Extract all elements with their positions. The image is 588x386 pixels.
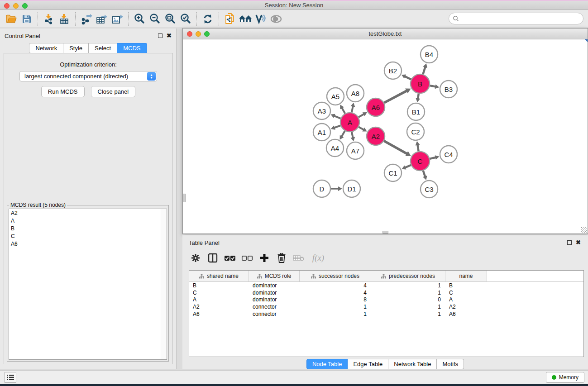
graph-node-A2[interactable]: A2 <box>367 127 385 145</box>
network-minimize-button[interactable] <box>196 31 201 37</box>
column-header-predecessor-nodes[interactable]: predecessor nodes <box>371 271 445 281</box>
table-cell[interactable]: A6 <box>445 311 487 317</box>
graph-node-B3[interactable]: B3 <box>440 81 457 98</box>
table-cell[interactable]: 4 <box>300 282 371 289</box>
column-header-successor-nodes[interactable]: successor nodes <box>300 271 371 281</box>
table-cell[interactable]: A2 <box>189 304 249 310</box>
network-window-titlebar[interactable]: testGlobe.txt <box>183 29 588 39</box>
table-row[interactable]: A6connector11A6 <box>189 310 583 318</box>
graph-edge-B-B2[interactable] <box>402 75 411 80</box>
graph-node-C4[interactable]: C4 <box>440 146 457 163</box>
table-cell[interactable]: 1 <box>371 290 445 296</box>
optimization-select[interactable]: largest connected component (directed) ▲… <box>19 71 157 81</box>
table-cell[interactable]: C <box>445 290 487 296</box>
zoom-selected-button[interactable] <box>178 12 193 26</box>
column-header-name[interactable]: name <box>445 271 487 281</box>
resize-grip[interactable] <box>581 227 587 233</box>
graph-edge-A-A2[interactable] <box>359 127 367 132</box>
mcds-result-list[interactable]: A2ABCA6 <box>9 209 167 360</box>
run-mcds-button[interactable]: Run MCDS <box>41 86 85 97</box>
split-panel-icon[interactable] <box>205 250 220 266</box>
minimize-window-button[interactable] <box>13 3 19 9</box>
first-neighbors-button[interactable] <box>238 12 253 26</box>
table-cell[interactable]: B <box>445 282 487 289</box>
export-network-button[interactable] <box>79 12 94 26</box>
tab-mcds[interactable]: MCDS <box>117 43 147 53</box>
table-row[interactable]: Bdominator41B <box>189 282 583 289</box>
graph-edge-A-A7[interactable] <box>351 132 355 142</box>
graph-node-D[interactable]: D <box>313 180 330 197</box>
graph-edge-B-B1[interactable] <box>416 94 420 102</box>
graph-edge-C-C1[interactable] <box>402 165 411 170</box>
result-item[interactable]: A <box>9 217 167 224</box>
graph-edge-B-B3[interactable] <box>430 85 440 89</box>
export-image-button[interactable] <box>110 12 125 26</box>
v-scroll-thumb[interactable] <box>183 194 186 202</box>
result-item[interactable]: B <box>9 224 167 232</box>
graph-node-A8[interactable]: A8 <box>347 85 364 102</box>
table-cell[interactable]: connector <box>249 304 300 310</box>
graph-edge-A-A6[interactable] <box>359 112 367 117</box>
close-panel-button[interactable]: Close panel <box>91 86 136 97</box>
graph-edge-A-A1[interactable] <box>331 125 340 129</box>
graph-edge-C-C2[interactable] <box>416 141 420 152</box>
graph-node-B1[interactable]: B1 <box>407 103 425 120</box>
h-scroll-thumb[interactable] <box>382 231 388 234</box>
table-cell[interactable]: A <box>445 296 487 303</box>
graph-node-A5[interactable]: A5 <box>327 88 344 105</box>
network-canvas[interactable]: AA1A2A3A4A5A6A7A8BB1B2B3B4CC1C2C3C4DD1 <box>183 39 588 234</box>
graph-node-A1[interactable]: A1 <box>313 124 330 141</box>
graph-node-A3[interactable]: A3 <box>313 102 330 119</box>
tab-node-table[interactable]: Node Table <box>306 359 348 369</box>
refresh-button[interactable] <box>200 12 215 26</box>
graph-node-C1[interactable]: C1 <box>384 164 402 181</box>
table-cell[interactable]: 1 <box>371 311 445 317</box>
tab-select[interactable]: Select <box>89 43 117 53</box>
table-cell[interactable]: 1 <box>371 304 445 310</box>
node-table[interactable]: shared nameMCDS rolesuccessor nodesprede… <box>189 270 584 357</box>
table-float-panel-icon[interactable] <box>567 240 572 245</box>
table-cell[interactable]: 0 <box>371 296 445 303</box>
network-zoom-button[interactable] <box>204 31 210 37</box>
graph-node-C[interactable]: C <box>411 152 430 171</box>
search-input[interactable] <box>459 15 583 22</box>
close-window-button[interactable] <box>4 3 10 9</box>
table-cell[interactable]: 1 <box>371 282 445 289</box>
eye-button[interactable] <box>268 12 284 26</box>
network-close-button[interactable] <box>187 31 192 37</box>
graph-node-A6[interactable]: A6 <box>367 98 385 116</box>
result-item[interactable]: A6 <box>9 240 167 248</box>
graph-edge-C-C3[interactable] <box>423 171 427 180</box>
float-panel-icon[interactable] <box>158 33 163 38</box>
table-cell[interactable]: connector <box>249 311 300 317</box>
table-cell[interactable]: A6 <box>189 311 249 317</box>
import-table-button[interactable] <box>57 12 72 26</box>
tab-style[interactable]: Style <box>63 43 89 53</box>
table-row[interactable]: Adominator80A <box>189 296 583 303</box>
duplicate-network-button[interactable] <box>222 12 238 26</box>
graph-node-C3[interactable]: C3 <box>421 181 438 198</box>
zoom-fit-button[interactable] <box>163 12 178 26</box>
function-builder-icon[interactable]: f(x) <box>308 250 328 266</box>
close-panel-icon[interactable]: ✖ <box>167 33 172 38</box>
graph-node-B2[interactable]: B2 <box>384 62 402 79</box>
graph-node-D1[interactable]: D1 <box>343 180 360 197</box>
open-session-button[interactable] <box>4 12 19 26</box>
graph-node-B[interactable]: B <box>411 74 430 93</box>
task-history-button[interactable] <box>5 372 16 383</box>
zoom-in-button[interactable] <box>132 12 147 26</box>
graph-edge-D-D1[interactable] <box>331 186 342 191</box>
memory-button[interactable]: Memory <box>546 372 584 383</box>
table-row[interactable]: Cdominator41C <box>189 289 583 296</box>
graph-node-B4[interactable]: B4 <box>421 46 438 63</box>
graph-edge-A-A4[interactable] <box>340 131 345 140</box>
table-cell[interactable]: 1 <box>300 304 371 310</box>
zoom-window-button[interactable] <box>22 3 28 9</box>
settings-gear-icon[interactable] <box>188 250 203 266</box>
tab-edge-table[interactable]: Edge Table <box>348 359 388 369</box>
deselect-all-icon[interactable] <box>239 250 255 266</box>
import-network-button[interactable] <box>41 12 57 26</box>
table-close-panel-icon[interactable]: ✖ <box>576 240 581 245</box>
zoom-out-button[interactable] <box>147 12 163 26</box>
table-cell[interactable]: dominator <box>249 290 300 296</box>
